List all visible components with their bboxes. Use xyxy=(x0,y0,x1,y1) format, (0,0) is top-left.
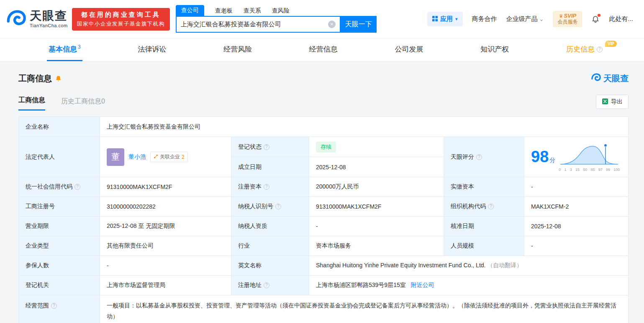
score-axis-tick: 100 xyxy=(613,168,620,172)
legal-rep-cell: 董 董小浩 关联企业 2 xyxy=(100,137,231,177)
section-title: 工商信息 xyxy=(18,73,52,84)
paid-capital-label: 实缴资本 xyxy=(444,177,524,197)
search-tab-relation[interactable]: 查关系 xyxy=(244,7,261,16)
nearby-companies-link[interactable]: 附近公司 xyxy=(411,282,434,288)
tab-legal-litigation[interactable]: 法律诉讼 xyxy=(136,39,168,61)
approval-date-value: 2025-12-08 xyxy=(524,217,629,236)
company-type-value: 其他有限责任公司 xyxy=(100,236,231,256)
business-term-value: 2025-12-08 至 无固定期限 xyxy=(100,217,231,236)
crown-icon: ♛ xyxy=(559,13,563,18)
score-label: 天眼评分? xyxy=(444,137,524,177)
help-icon[interactable]: ? xyxy=(597,47,603,52)
legal-rep-avatar[interactable]: 董 xyxy=(107,148,124,166)
watermark-swirl-icon xyxy=(590,72,601,85)
clear-search-icon[interactable]: × xyxy=(328,21,336,28)
uscc-label-text: 统一社会信用代码 xyxy=(26,183,72,190)
reg-address-value: 上海市杨浦区邯郸路539号9层15室 xyxy=(316,282,406,288)
org-code-value: MAK1XCFM-2 xyxy=(524,197,629,217)
logo-text: 天眼查 xyxy=(30,10,68,22)
reg-address-label: 注册地址? xyxy=(231,276,309,295)
search-tab-risk[interactable]: 查风险 xyxy=(272,7,290,16)
company-name-label: 企业名称 xyxy=(19,117,100,137)
uscc-value: 91310000MAK1XCFM2F xyxy=(100,177,231,197)
taxpayer-qualification-value: - xyxy=(309,217,444,236)
company-section-tabs: 基本信息 3 法律诉讼 经营风险 经营信息 公司发展 知识产权 历史信息 ? V… xyxy=(0,38,644,62)
apps-grid-icon xyxy=(432,16,438,23)
search-tab-boss[interactable]: 查老板 xyxy=(215,7,233,16)
tab-basic-info[interactable]: 基本信息 3 xyxy=(47,39,82,61)
tab-operation-risk[interactable]: 经营风险 xyxy=(222,39,254,61)
help-icon[interactable]: ? xyxy=(476,154,482,160)
table-row: 法定代表人 董 董小浩 关联企业 2 xyxy=(19,137,629,157)
insured-count-value: - xyxy=(100,256,231,276)
reg-capital-label-text: 注册资本 xyxy=(238,183,262,190)
user-name[interactable]: 此处有... xyxy=(609,15,633,23)
promo-line2: 国家中小企业发展子基金旗下机构 xyxy=(77,21,165,28)
tab-intellectual-property[interactable]: 知识产权 xyxy=(479,39,511,61)
staff-size-label: 人员规模 xyxy=(444,236,524,256)
svip-sublabel: 会员服务 xyxy=(557,19,577,25)
taxpayer-id-value: 91310000MAK1XCFM2F xyxy=(309,197,444,217)
tianyancha-logo[interactable]: 天眼查 TianYanCha.com xyxy=(5,8,68,31)
tab-history-info[interactable]: 历史信息 ? VIP xyxy=(564,39,604,61)
reg-status-cell: 存续 xyxy=(309,137,444,157)
top-header: 天眼查 TianYanCha.com 都在用的商业查询工具 国家中小企业发展子基… xyxy=(0,0,644,38)
org-chart-icon xyxy=(154,154,158,160)
svip-label: SVIP xyxy=(564,13,577,19)
score-axis: 0 1 3 15 50 85 97 99 100 xyxy=(559,168,620,172)
tab-basic-info-count: 3 xyxy=(78,44,81,50)
score-axis-tick: 50 xyxy=(583,168,587,172)
tab-operation-info[interactable]: 经营信息 xyxy=(308,39,339,61)
logo-subtext: TianYanCha.com xyxy=(30,23,68,28)
apps-menu[interactable]: 应用 ▾ xyxy=(427,12,463,26)
legal-rep-name-link[interactable]: 董小浩 xyxy=(128,153,146,161)
related-companies-label: 关联企业 xyxy=(160,153,180,160)
help-icon[interactable]: ? xyxy=(51,303,57,309)
related-companies-badge[interactable]: 关联企业 2 xyxy=(150,152,188,162)
watermark-logo: 天眼查 xyxy=(590,72,629,85)
score-axis-tick: 99 xyxy=(606,168,610,172)
score-axis-tick: 15 xyxy=(575,168,580,172)
subtab-history-business-info[interactable]: 历史工商信息0 xyxy=(61,97,105,111)
english-name-cell: Shanghai Huitong Yinhe Private Equity In… xyxy=(309,256,629,276)
vip-badge: VIP xyxy=(605,41,617,47)
search-box: × xyxy=(176,16,341,33)
tianyancha-company-page: 天眼查 TianYanCha.com 都在用的商业查询工具 国家中小企业发展子基… xyxy=(0,0,644,323)
score-axis-tick: 97 xyxy=(598,168,603,172)
help-icon[interactable]: ? xyxy=(275,204,281,209)
table-row: 统一社会信用代码? 91310000MAK1XCFM2F 注册资本? 20000… xyxy=(19,177,629,197)
related-companies-count: 2 xyxy=(182,154,185,160)
notification-dot xyxy=(598,14,600,17)
table-row: 参保人数 - 英文名称 Shanghai Huitong Yinhe Priva… xyxy=(19,256,629,276)
auto-translate-note: （自动翻译） xyxy=(487,262,522,269)
reg-capital-label: 注册资本? xyxy=(231,177,309,197)
search-button[interactable]: 天眼一下 xyxy=(341,16,377,33)
subtab-business-info[interactable]: 工商信息 xyxy=(18,96,45,111)
promo-line1: 都在用的商业查询工具 xyxy=(77,11,165,19)
search-tab-company[interactable]: 查公司 xyxy=(176,5,204,16)
business-info-table: 企业名称 上海交汇银合私募投资基金有限公司 法定代表人 董 董小浩 xyxy=(18,116,629,323)
score-axis-tick: 1 xyxy=(564,168,567,172)
monitor-bell-icon[interactable] xyxy=(55,75,62,82)
taxpayer-id-label: 纳税人识别号? xyxy=(231,197,309,217)
status-badge: 存续 xyxy=(316,142,336,152)
taxpayer-id-label-text: 纳税人识别号 xyxy=(238,203,273,209)
help-icon[interactable]: ? xyxy=(264,144,269,150)
industry-label: 行业 xyxy=(231,236,309,256)
help-icon[interactable]: ? xyxy=(264,282,269,288)
staff-size-value: - xyxy=(524,236,629,256)
export-label: 导出 xyxy=(611,98,623,106)
svip-membership-button[interactable]: ♛SVIP 会员服务 xyxy=(553,11,582,27)
export-button[interactable]: 导出 xyxy=(596,95,629,109)
insured-count-label: 参保人数 xyxy=(19,256,100,276)
notification-bell-icon[interactable] xyxy=(591,15,600,23)
help-icon[interactable]: ? xyxy=(488,204,494,209)
tab-company-development[interactable]: 公司发展 xyxy=(393,39,425,61)
enterprise-products-link[interactable]: 企业级产品 ⌄ xyxy=(506,15,544,23)
search-input[interactable] xyxy=(177,21,328,28)
search-tabs: 查公司 查老板 查关系 查风险 xyxy=(176,5,377,16)
help-icon[interactable]: ? xyxy=(74,184,80,190)
reg-authority-label: 登记机关 xyxy=(19,276,100,295)
business-cooperation-link[interactable]: 商务合作 xyxy=(472,15,497,23)
help-icon[interactable]: ? xyxy=(264,184,269,190)
